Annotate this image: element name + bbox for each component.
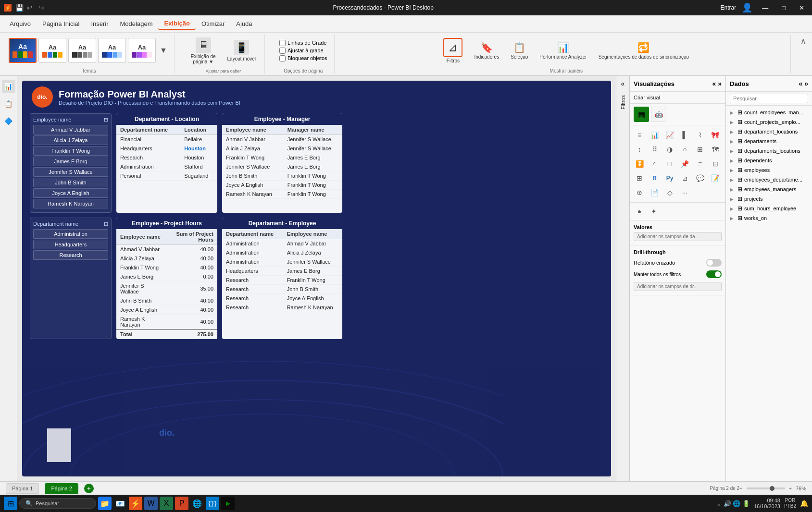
expand-icon-10[interactable]: ▶ — [730, 196, 736, 202]
slicer-dept-hq[interactable]: Headquarters — [33, 240, 108, 249]
viz-scatter-icon[interactable]: ⠿ — [648, 143, 662, 156]
mobile-layout-btn[interactable]: 📱 Layout móvel — [224, 38, 260, 63]
viz-expand-icon[interactable]: » — [718, 80, 722, 87]
theme-btn-1[interactable]: Aa — [9, 38, 37, 63]
slicer-item-ramesh[interactable]: Ramesh K Narayan — [33, 199, 108, 208]
collapse-ribbon-icon[interactable]: ∧ — [800, 37, 806, 46]
expand-icon-9[interactable]: ▶ — [730, 187, 736, 192]
grid-lines-check[interactable]: Linhas de Grade — [279, 40, 327, 46]
slicer-item-alicia[interactable]: Alicia J Zelaya — [33, 135, 108, 145]
data-expand-icon[interactable]: » — [804, 80, 808, 87]
menu-ajuda[interactable]: Ajuda — [230, 18, 258, 29]
viz-r-icon[interactable]: R — [648, 171, 662, 185]
table-row[interactable]: ResearchHouston — [116, 153, 217, 162]
zoom-minus-btn[interactable]: − — [739, 486, 742, 491]
table-row[interactable]: Franklin T Wong40,00 — [116, 263, 217, 272]
table-row[interactable]: Ahmad V JabbarJennifer S Wallace — [222, 135, 342, 144]
viz-metrics-icon[interactable]: ⊕ — [633, 186, 646, 199]
menu-otimizar[interactable]: Otimizar — [196, 18, 230, 29]
ribbon-collapse-btn[interactable]: ∧ — [799, 35, 808, 48]
grid-lines-input[interactable] — [279, 40, 286, 46]
data-tree-item-8[interactable]: ▶ ⊞ employees_departame... — [728, 175, 810, 184]
viz-pie-icon[interactable]: ◑ — [663, 143, 676, 156]
viz-kpi-icon[interactable]: 📌 — [678, 157, 692, 171]
taskbar-terminal[interactable]: ▶ — [221, 497, 235, 510]
viz-narrative-icon[interactable]: 📝 — [709, 171, 722, 185]
lock-input[interactable] — [279, 55, 286, 61]
snap-check[interactable]: Ajustar à grade — [279, 48, 327, 54]
data-tree-item-7[interactable]: ▶ ⊞ employees — [728, 165, 810, 175]
performance-btn[interactable]: 📊 Performance Analyzer — [537, 40, 589, 61]
slicer-dept-admin[interactable]: Administration — [33, 229, 108, 239]
sync-btn[interactable]: 🔁 Segmentações de dados de sincronização — [596, 40, 692, 61]
slicer-dept-research[interactable]: Research — [33, 250, 108, 260]
themes-more-btn[interactable]: ▼ — [158, 46, 169, 55]
lock-check[interactable]: Bloquear objetos — [279, 55, 327, 61]
save-icon[interactable]: 💾 — [15, 4, 23, 12]
slicer-item-ahmad[interactable]: Ahmad V Jabbar — [33, 125, 108, 134]
table-row[interactable]: James E Borg0,00 — [116, 272, 217, 281]
taskbar-search-label[interactable]: Pesquisar — [36, 500, 59, 506]
table-row[interactable]: John B Smith40,00 — [116, 296, 217, 305]
table-row[interactable]: Jennifer S Wallace35,00 — [116, 281, 217, 296]
data-tree-item-3[interactable]: ▶ ⊞ departament_locations — [728, 127, 810, 136]
viz-stacked-bar-icon[interactable]: ≡ — [633, 128, 646, 142]
table-row[interactable]: AdministrationStafford — [116, 162, 217, 171]
table-row[interactable]: ResearchJohn B Smith — [222, 285, 342, 294]
expand-icon-4[interactable]: ▶ — [730, 139, 736, 144]
viz-ribbon-icon[interactable]: 🎀 — [709, 128, 722, 142]
user-label[interactable]: Entrar — [720, 4, 736, 11]
table-row[interactable]: FinancialBellaire — [116, 135, 217, 144]
data-search-input[interactable] — [730, 94, 808, 103]
viz-funnel-icon[interactable]: ⏬ — [633, 157, 646, 171]
table-row[interactable]: Alicia J ZelayaJennifer S Wallace — [222, 144, 342, 153]
expand-icon-12[interactable]: ▶ — [730, 216, 736, 221]
viz-decomp-icon[interactable]: ⊿ — [678, 171, 692, 185]
table-row[interactable]: Jennifer S WallaceJames E Borg — [222, 162, 342, 171]
expand-icon-11[interactable]: ▶ — [730, 206, 736, 211]
viz-custom2-icon[interactable]: ✦ — [647, 205, 661, 218]
viz-shape-icon[interactable]: ● — [633, 205, 646, 218]
expand-icon-5[interactable]: ▶ — [730, 148, 736, 154]
viz-waterfall-icon[interactable]: ↕ — [633, 143, 646, 156]
theme-btn-3[interactable]: Aa — [68, 38, 96, 63]
viz-area-icon[interactable]: ⌇ — [693, 128, 707, 142]
table-row[interactable]: HeadquartersHouston — [116, 144, 217, 153]
expand-icon-7[interactable]: ▶ — [730, 168, 736, 173]
start-button[interactable]: ⊞ — [4, 497, 17, 510]
model-view-btn[interactable]: 🔷 — [2, 114, 15, 128]
cross-report-switch[interactable] — [706, 259, 722, 267]
theme-btn-5[interactable]: Aa — [128, 38, 156, 63]
table-row[interactable]: AdministrationAlicia J Zelaya — [222, 248, 342, 257]
page2-tab[interactable]: Página 2 — [45, 483, 78, 494]
data-tree-item-2[interactable]: ▶ ⊞ count_projects_emplo... — [728, 117, 810, 127]
viz-add-drill-btn[interactable]: Adicionar os campos de dr... — [634, 282, 722, 291]
expand-icon-2[interactable]: ▶ — [730, 120, 736, 125]
keep-filters-switch[interactable] — [706, 270, 722, 278]
taskbar-excel[interactable]: X — [160, 497, 173, 510]
viz-gauge-icon[interactable]: ◜ — [648, 157, 662, 171]
zoom-plus-btn[interactable]: + — [789, 486, 792, 491]
viz-donut-icon[interactable]: ○ — [678, 143, 692, 156]
slicer-item-franklin[interactable]: Franklin T Wong — [33, 146, 108, 156]
menu-arquivo[interactable]: Arquivo — [4, 18, 37, 29]
table-row[interactable]: Ramesh K Narayan40,00 — [116, 315, 217, 330]
data-tree-item-9[interactable]: ▶ ⊞ employees_managers — [728, 184, 810, 194]
taskbar-explorer[interactable]: 📁 — [98, 497, 112, 510]
viz-slicer-icon[interactable]: ≡ — [693, 157, 707, 171]
viz-table-active-icon[interactable]: ▦ — [634, 107, 649, 122]
table-row[interactable]: HeadquartersJames E Borg — [222, 267, 342, 276]
user-avatar-icon[interactable]: 👤 — [742, 2, 752, 13]
data-tree-item-10[interactable]: ▶ ⊞ projects — [728, 194, 810, 204]
table-row[interactable]: Franklin T WongJames E Borg — [222, 153, 342, 162]
data-tree-item-5[interactable]: ▶ ⊞ departaments_locations — [728, 146, 810, 156]
taskbar-word[interactable]: W — [144, 497, 158, 510]
page-view-btn[interactable]: 🖥 Exibição depágina ▼ — [187, 36, 220, 66]
data-tree-item-11[interactable]: ▶ ⊞ sum_hours_employee — [728, 204, 810, 213]
viz-more-icon[interactable]: ··· — [678, 186, 692, 199]
zoom-thumb[interactable] — [770, 486, 775, 491]
snap-input[interactable] — [279, 48, 286, 54]
zoom-slider[interactable] — [747, 488, 785, 489]
viz-collapse-icon[interactable]: « — [712, 80, 716, 87]
viz-column-icon[interactable]: ▌ — [678, 128, 692, 142]
